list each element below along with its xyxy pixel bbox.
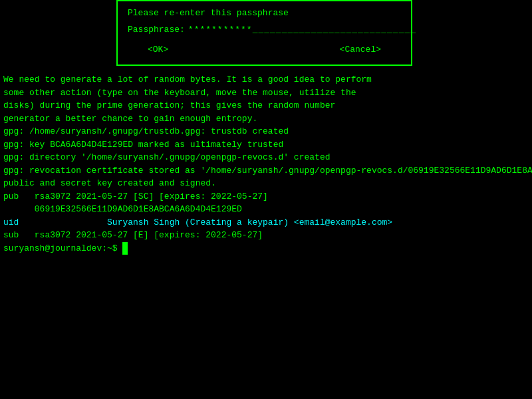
passphrase-value: ***********____________________________	[188, 25, 416, 35]
ok-button[interactable]: <OK>	[148, 45, 168, 55]
terminal-line: gpg: directory '/home/suryansh/.gnupg/op…	[3, 151, 529, 164]
dialog-box: Please re-enter this passphrase Passphra…	[116, 0, 412, 66]
terminal-content: We need to generate a lot of random byte…	[0, 73, 532, 255]
terminal-line: 06919E32566E11D9AD6D1E8ABCA6A6D4D4E129ED	[3, 203, 529, 216]
terminal: Please re-enter this passphrase Passphra…	[0, 0, 532, 399]
cursor	[122, 242, 128, 255]
terminal-line: gpg: /home/suryansh/.gnupg/trustdb.gpg: …	[3, 125, 529, 138]
dialog-buttons: <OK> <Cancel>	[128, 45, 401, 55]
terminal-line: pub rsa3072 2021-05-27 [SC] [expires: 20…	[3, 190, 529, 203]
terminal-line: disks) during the prime generation; this…	[3, 99, 529, 112]
passphrase-label: Passphrase:	[128, 25, 185, 35]
terminal-line: We need to generate a lot of random byte…	[3, 73, 529, 86]
dialog-title: Please re-enter this passphrase	[128, 8, 401, 18]
terminal-line: sub rsa3072 2021-05-27 [E] [expires: 202…	[3, 229, 529, 242]
terminal-line: uid Suryansh Singh (Creating a keypair) …	[3, 216, 529, 229]
passphrase-row: Passphrase: ***********_________________…	[128, 25, 401, 35]
terminal-line: gpg: key BCA6A6D4D4E129ED marked as ulti…	[3, 138, 529, 152]
terminal-line: gpg: revocation certificate stored as '/…	[3, 164, 529, 178]
cancel-button[interactable]: <Cancel>	[340, 45, 381, 55]
terminal-line: generator a better chance to gain enough…	[3, 112, 529, 126]
terminal-line: public and secret key created and signed…	[3, 177, 529, 190]
prompt-line: suryansh@journaldev:~$	[3, 242, 529, 255]
terminal-line: some other action (type on the keyboard,…	[3, 86, 529, 100]
